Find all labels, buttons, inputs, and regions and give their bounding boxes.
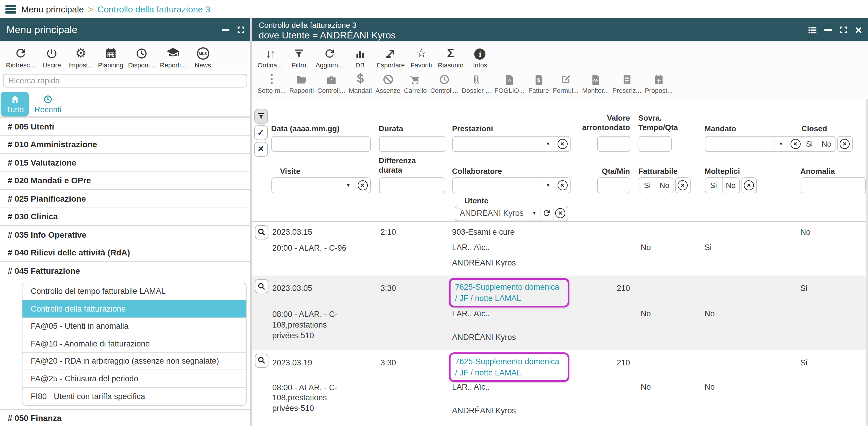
clear-button[interactable]: × [554, 178, 570, 192]
molteplici-clear-button[interactable]: × [741, 177, 756, 193]
foglio-button[interactable]: ⌂ FOGLIO... [495, 73, 524, 94]
proposals-button[interactable]: + Propost... [645, 73, 673, 94]
row-detail-button[interactable] [254, 225, 268, 239]
fatturabile-clear-button[interactable]: × [675, 177, 690, 193]
molteplici-no-button[interactable]: No [722, 178, 739, 192]
submenu-item[interactable]: FA@05 - Utenti in anomalia [23, 318, 246, 335]
row-prestazione-link[interactable]: 7625-Supplemento domenica / JF / notte L… [455, 283, 559, 303]
submenu-item[interactable]: FA@20 - RDA in arbitraggio (assenze non … [23, 353, 246, 370]
fatturabile-no-button[interactable]: No [656, 178, 673, 192]
minimize-icon[interactable] [823, 25, 833, 35]
table-row[interactable]: 2023.03.19 3:30 7625-Supplemento domenic… [252, 350, 866, 426]
qta-filter-input[interactable] [597, 177, 630, 193]
submenu-item-selected[interactable]: Controllo della fatturazione [23, 300, 246, 318]
table-row[interactable]: 2023.03.15 2:10 903-Esami e cure No 20:0… [252, 221, 866, 276]
menu-item-amministrazione[interactable]: # 010 Amministrazione [0, 136, 250, 154]
maximize-icon[interactable] [838, 25, 848, 35]
apply-filter-button[interactable] [254, 109, 268, 123]
utente-filter-select[interactable]: ANDRÉANI Kyros ▼ × [455, 206, 568, 221]
fatturabile-si-button[interactable]: Si [639, 178, 656, 192]
minimize-icon[interactable] [221, 25, 230, 35]
controls-button[interactable]: Controll... [317, 73, 345, 94]
export-button[interactable]: Esportare [377, 46, 405, 69]
collaboratore-filter-select[interactable]: ▼ × [452, 177, 570, 193]
submenu-item[interactable]: Controllo del tempo fatturabile LAMAL [23, 283, 246, 300]
dropdown-button[interactable]: ▼ [774, 136, 787, 151]
invoices-button[interactable]: $ Fatture [528, 73, 549, 94]
time-control-button[interactable]: Controll... [430, 73, 458, 94]
dropdown-button[interactable]: ▼ [541, 178, 554, 192]
differenza-filter-input[interactable] [379, 177, 445, 193]
list-view-icon[interactable] [808, 25, 817, 35]
clear-button[interactable]: × [553, 206, 567, 220]
breadcrumb-current[interactable]: Controllo della fatturazione 3 [97, 4, 210, 14]
breadcrumb-root[interactable]: Menu principale [21, 4, 84, 14]
valore-filter-input[interactable] [597, 136, 630, 152]
menu-item-valutazione[interactable]: # 015 Valutazione [0, 154, 250, 172]
planning-button[interactable]: Planning [98, 46, 123, 69]
clear-filter-button[interactable]: × [254, 142, 268, 156]
visite-filter-select[interactable]: ▼ × [271, 177, 370, 193]
closed-si-button[interactable]: Si [801, 136, 818, 151]
menu-item-info-operative[interactable]: # 035 Info Operative [0, 226, 250, 244]
filter-button[interactable]: Filtro [287, 46, 311, 69]
menu-item-clinica[interactable]: # 030 Clinica [0, 208, 250, 226]
submenu-item[interactable]: FI80 - Utenti con tariffa specifica [23, 388, 246, 405]
refresh-button[interactable]: Rinfresc... [6, 46, 35, 69]
table-row[interactable]: 2023.03.05 3:30 7625-Supplemento domenic… [252, 276, 866, 350]
cart-button[interactable]: Carrello [404, 73, 427, 94]
prestazioni-filter-select[interactable]: ▼ × [452, 136, 570, 152]
dropdown-button[interactable]: ▼ [341, 178, 354, 192]
maximize-icon[interactable] [236, 25, 245, 35]
submenu-item[interactable]: FA@25 - Chiusura del periodo [23, 370, 246, 388]
db-button[interactable]: DB [348, 46, 372, 69]
availability-button[interactable]: Disponi... [128, 46, 155, 69]
sort-button[interactable]: ↓↑ Ordina... [257, 46, 282, 69]
anomalia-filter-input[interactable] [800, 177, 865, 193]
mandates-button[interactable]: $ Mandati [349, 73, 372, 94]
search-input[interactable] [3, 74, 247, 88]
mandato-filter-select[interactable]: ▼ × [705, 136, 803, 152]
refresh-button[interactable] [539, 206, 553, 220]
hamburger-menu-icon[interactable] [5, 5, 16, 13]
submenu-button[interactable]: ⋮ Sotto-m... [257, 73, 286, 94]
prescriptions-button[interactable]: Prescriz... [612, 73, 641, 94]
monitor-button[interactable]: Monitor... [582, 73, 609, 94]
row-detail-button[interactable] [254, 279, 268, 293]
data-filter-input[interactable] [271, 136, 370, 152]
closed-clear-button[interactable]: × [837, 136, 852, 152]
submenu-item[interactable]: FA@10 - Anomalie di fatturazione [23, 335, 246, 353]
confirm-filter-button[interactable]: ✓ [254, 125, 268, 140]
dropdown-button[interactable]: ▼ [541, 136, 554, 151]
reporting-button[interactable]: Reporti... [160, 46, 186, 69]
forms-button[interactable]: Formul... [553, 73, 579, 94]
tab-recenti[interactable]: Recenti [29, 92, 67, 117]
tab-tutto[interactable]: Tutto [1, 92, 29, 117]
close-icon[interactable]: × [854, 25, 863, 35]
reports-button[interactable]: Rapporti [289, 73, 314, 94]
menu-item-fatturazione[interactable]: # 045 Fatturazione [0, 262, 250, 280]
absences-button[interactable]: Assenze [375, 73, 400, 94]
menu-item-finanza[interactable]: # 050 Finanza [0, 409, 250, 426]
dropdown-button[interactable]: ▼ [528, 206, 539, 220]
refresh-button[interactable]: Aggiorn... [315, 46, 343, 69]
infos-button[interactable]: i Infos [468, 46, 492, 69]
row-detail-button[interactable] [254, 353, 268, 367]
news-button[interactable]: MLS News [191, 46, 215, 69]
durata-filter-input[interactable] [379, 136, 445, 152]
logout-button[interactable]: Uscire [40, 46, 64, 69]
clear-button[interactable]: × [554, 136, 570, 151]
menu-item-utenti[interactable]: # 005 Utenti [0, 118, 250, 136]
menu-item-mandati[interactable]: # 020 Mandati e OPre [0, 172, 250, 190]
sovra-filter-input[interactable] [638, 136, 672, 152]
molteplici-si-button[interactable]: Si [705, 178, 722, 192]
menu-item-rilievi[interactable]: # 040 Rilievi delle attività (RdA) [0, 244, 250, 262]
vertical-scrollbar[interactable] [866, 98, 868, 426]
menu-item-pianificazione[interactable]: # 025 Pianificazione [0, 190, 250, 208]
row-prestazione-link[interactable]: 7625-Supplemento domenica / JF / notte L… [455, 357, 559, 377]
clear-button[interactable]: × [354, 178, 370, 192]
closed-no-button[interactable]: No [818, 136, 835, 151]
dossier-button[interactable]: Dossier ... [462, 73, 491, 94]
favorites-button[interactable]: ☆ Favoriti [409, 46, 433, 69]
summary-button[interactable]: Σ Riasunto [438, 46, 464, 69]
